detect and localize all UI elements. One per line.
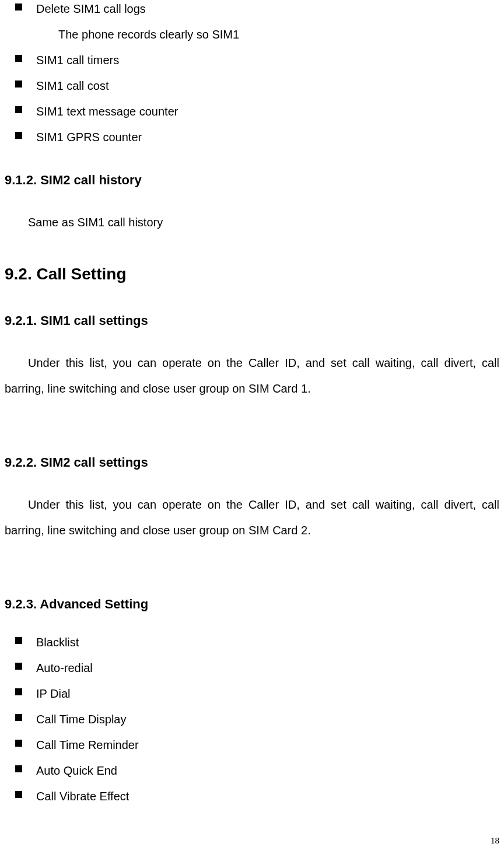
square-bullet-icon: [15, 688, 22, 695]
list-item-text: SIM1 call timers: [36, 51, 119, 69]
body-922: Under this list, you can operate on the …: [5, 492, 499, 543]
list-item: SIM1 call cost: [5, 77, 499, 94]
square-bullet-icon: [15, 637, 22, 644]
list-item: Call Time Display: [5, 710, 499, 728]
square-bullet-icon: [15, 791, 22, 798]
list-sub-text: The phone records clearly so SIM1: [58, 26, 499, 43]
list-item: Delete SIM1 call logs: [5, 0, 499, 18]
page-number: 18: [491, 836, 499, 846]
square-bullet-icon: [15, 663, 22, 670]
list-item: SIM1 text message counter: [5, 103, 499, 120]
list-item-text: Delete SIM1 call logs: [36, 0, 146, 18]
square-bullet-icon: [15, 714, 22, 721]
list-item-text: IP Dial: [36, 685, 71, 702]
list-item: IP Dial: [5, 685, 499, 702]
square-bullet-icon: [15, 106, 22, 113]
square-bullet-icon: [15, 55, 22, 62]
list-item-text: Call Time Display: [36, 710, 126, 728]
body-912: Same as SIM1 call history: [28, 209, 499, 235]
square-bullet-icon: [15, 80, 22, 88]
body-921: Under this list, you can operate on the …: [5, 350, 499, 401]
list-item-text: Blacklist: [36, 634, 79, 651]
list-item: Auto-redial: [5, 659, 499, 677]
list-item-text: SIM1 GPRS counter: [36, 128, 142, 146]
list-item: SIM1 call timers: [5, 51, 499, 69]
list-item-text: Call Time Reminder: [36, 736, 139, 754]
list-item: Blacklist: [5, 634, 499, 651]
heading-922: 9.2.2. SIM2 call settings: [5, 453, 499, 472]
square-bullet-icon: [15, 132, 22, 139]
list-item-text: SIM1 text message counter: [36, 103, 178, 120]
square-bullet-icon: [15, 4, 22, 10]
list-item-text: Auto-redial: [36, 659, 93, 677]
list-item: SIM1 GPRS counter: [5, 128, 499, 146]
list-item: Call Vibrate Effect: [5, 788, 499, 805]
square-bullet-icon: [15, 740, 22, 747]
list-item: Call Time Reminder: [5, 736, 499, 754]
list-item-text: Call Vibrate Effect: [36, 788, 129, 805]
heading-923: 9.2.3. Advanced Setting: [5, 594, 499, 614]
heading-92: 9.2. Call Setting: [5, 262, 499, 286]
list-item-text: SIM1 call cost: [36, 77, 108, 94]
list-item: Auto Quick End: [5, 762, 499, 779]
list-item-text: Auto Quick End: [36, 762, 117, 779]
heading-912: 9.1.2. SIM2 call history: [5, 170, 499, 190]
heading-921: 9.2.1. SIM1 call settings: [5, 311, 499, 330]
square-bullet-icon: [15, 765, 22, 772]
